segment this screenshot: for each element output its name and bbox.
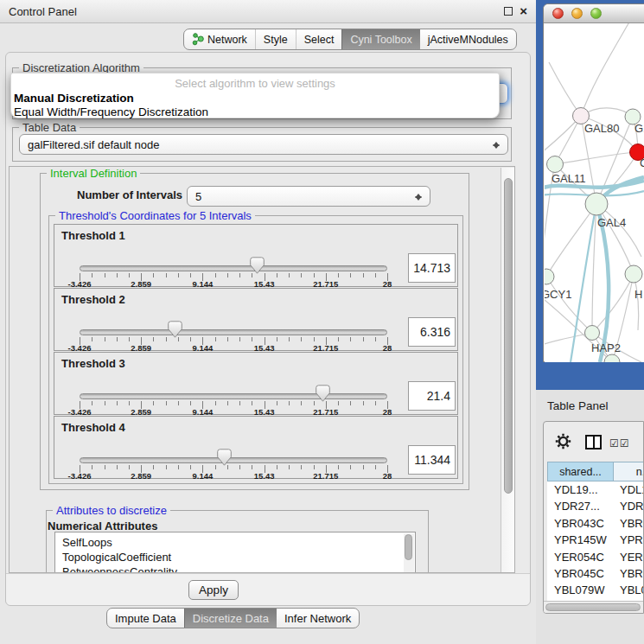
slider-tick xyxy=(289,401,290,405)
table-row[interactable]: YBL079WYBL0 xyxy=(547,582,644,598)
panel-title: Control Panel xyxy=(9,5,77,18)
node-label: C xyxy=(640,156,644,169)
close-icon[interactable]: × xyxy=(520,7,527,16)
network-canvas[interactable]: GAL80G.CGAL11GAL4GCY1HHAP2 xyxy=(545,23,644,362)
intervals-value: 5 xyxy=(195,190,201,203)
combo-arrows-icon xyxy=(415,190,423,204)
float-window-icon[interactable] xyxy=(504,7,513,16)
slider-tick xyxy=(153,273,154,277)
slider-tick xyxy=(190,465,191,469)
minimize-traffic-light-icon[interactable] xyxy=(571,8,583,19)
threshold-panel-1: Threshold 1-3.4262.8599.14415.4321.71528… xyxy=(54,224,458,287)
table-row[interactable]: YPR145WYPR1 xyxy=(547,532,644,548)
slider-tick xyxy=(301,273,302,277)
network-edge xyxy=(549,62,581,116)
network-view-frame: GAL80G.CGAL11GAL4GCY1HHAP2 xyxy=(536,0,644,390)
cell-name: YER0 xyxy=(620,549,644,565)
slider-thumb[interactable] xyxy=(316,385,330,402)
slider-tick xyxy=(215,337,216,341)
tab-select[interactable]: Select xyxy=(296,29,342,49)
select-columns-checkboxes-icon[interactable]: ☑☑ xyxy=(609,437,630,450)
node-label: GAL4 xyxy=(597,216,626,229)
slider-tick xyxy=(153,337,154,341)
algorithm-dropdown-popup: Select algorithm to view settingsManual … xyxy=(10,73,500,118)
slider-tick xyxy=(129,337,130,341)
slider-tick xyxy=(375,337,376,341)
table-row[interactable]: YER054CYER0 xyxy=(547,549,644,565)
intervals-combobox[interactable]: 5 xyxy=(187,186,430,207)
network-window-titlebar[interactable] xyxy=(544,4,644,23)
tab-discretize-data[interactable]: Discretize Data xyxy=(184,609,277,628)
slider-tick xyxy=(92,273,92,277)
table-row[interactable]: YDL19...YDL1 xyxy=(547,481,644,498)
tab-impute-data[interactable]: Impute Data xyxy=(107,609,184,628)
scrollbar-thumb[interactable] xyxy=(545,603,641,611)
tab-jactivemnodules[interactable]: jActiveMNodules xyxy=(420,29,516,49)
threshold-value-field[interactable]: 6.316 xyxy=(408,317,456,347)
slider-track[interactable] xyxy=(80,393,387,399)
gear-icon[interactable] xyxy=(555,433,571,450)
zoom-traffic-light-icon[interactable] xyxy=(590,8,602,19)
slider-tick xyxy=(363,401,364,405)
slider-tick xyxy=(105,401,105,405)
tab-style[interactable]: Style xyxy=(255,29,296,49)
dropdown-option-equal-width-frequency[interactable]: Equal Width/Frequency Discretization xyxy=(14,105,208,118)
threshold-panel-2: Threshold 2-3.4262.8599.14415.4321.71528… xyxy=(54,288,458,351)
slider-thumb[interactable] xyxy=(250,257,265,274)
table-horizontal-scrollbar[interactable] xyxy=(544,601,644,613)
threshold-value-field[interactable]: 14.713 xyxy=(408,253,456,283)
slider-track[interactable] xyxy=(80,457,387,463)
network-node-hap2[interactable] xyxy=(585,326,600,341)
threshold-value-field[interactable]: 21.4 xyxy=(408,381,456,411)
slider-thumb[interactable] xyxy=(168,321,182,338)
cell-shared-name: YBR045C xyxy=(554,565,604,582)
attribute-item[interactable]: TopologicalCoefficient xyxy=(55,550,415,564)
scrollbar-thumb[interactable] xyxy=(504,178,513,494)
slider-thumb[interactable] xyxy=(217,449,232,466)
column-header-shared-name[interactable]: shared... xyxy=(547,462,614,481)
network-edge xyxy=(555,152,638,164)
network-node-gal11[interactable] xyxy=(547,156,564,173)
network-node-gcy1[interactable] xyxy=(545,269,554,284)
network-node[interactable] xyxy=(604,354,620,362)
apply-button[interactable]: Apply xyxy=(188,580,239,600)
network-node-gal4[interactable] xyxy=(585,193,608,215)
tab-infer-network[interactable]: Infer Network xyxy=(277,609,359,628)
tab-label: Discretize Data xyxy=(193,612,269,625)
column-header-name[interactable]: n... xyxy=(614,462,644,481)
numerical-attributes-label: Numerical Attributes xyxy=(48,520,157,532)
attribute-item[interactable]: SelfLoops xyxy=(55,535,415,550)
table-data-combobox[interactable]: galFiltered.sif default node xyxy=(19,134,508,155)
tab-cyni-toolbox[interactable]: Cyni Toolbox xyxy=(341,29,419,49)
list-scrollbar[interactable] xyxy=(404,533,414,573)
node-label: H xyxy=(634,288,642,301)
slider-tick xyxy=(314,401,315,405)
table-panel-titlebar: Table Panel xyxy=(536,390,644,421)
tab-network[interactable]: Network xyxy=(184,29,255,49)
slider-tick xyxy=(178,273,179,277)
cell-name: YBR0 xyxy=(620,565,644,582)
slider-tick xyxy=(215,401,216,405)
slider-track[interactable] xyxy=(80,265,387,271)
threshold-label: Threshold 3 xyxy=(61,357,125,370)
slider-tick xyxy=(350,273,351,277)
table-row[interactable]: YBR043CYBR0 xyxy=(547,515,644,532)
tab-label: Style xyxy=(264,34,288,46)
slider-tick-label: -3.426 xyxy=(58,471,101,481)
network-node-h[interactable] xyxy=(625,265,642,283)
dropdown-option-manual-discretization[interactable]: Manual Discretization xyxy=(14,92,134,105)
slider-tick xyxy=(314,273,315,277)
bottom-tabs: Impute DataDiscretize DataInfer Network xyxy=(106,608,360,628)
table-panel: ☑☑ shared... n... YDL19...YDL1YDR27...YD… xyxy=(543,421,644,614)
slider-track[interactable] xyxy=(80,329,387,335)
settings-scrollbar[interactable] xyxy=(501,168,515,572)
close-traffic-light-icon[interactable] xyxy=(552,8,564,19)
threshold-value-field[interactable]: 11.344 xyxy=(408,445,456,475)
table-row[interactable]: YDR27...YDR2 xyxy=(547,498,644,514)
network-edge xyxy=(581,23,631,116)
attribute-item[interactable]: BetweennessCentrality xyxy=(55,564,415,573)
slider-tick-label: 2.859 xyxy=(119,471,163,481)
columns-view-icon[interactable] xyxy=(585,435,602,450)
table-row[interactable]: YBR045CYBR0 xyxy=(547,565,644,582)
cell-shared-name: YDL19... xyxy=(554,481,598,498)
